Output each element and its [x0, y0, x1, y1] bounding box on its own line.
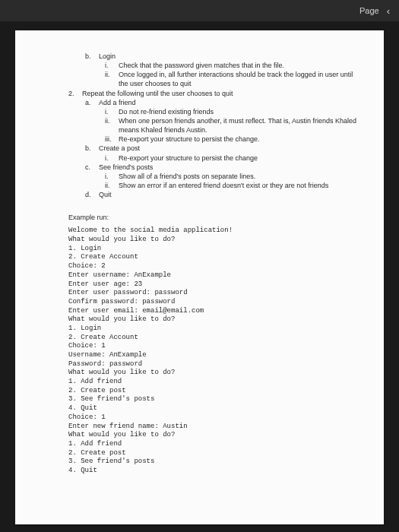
- outline-item: ii. Show an error if an entered friend d…: [105, 181, 361, 190]
- outline-mark: c.: [85, 163, 99, 172]
- example-line: 1. Login: [68, 245, 361, 254]
- example-line: Choice: 1: [68, 342, 361, 351]
- document-page: b. Login i. Check that the password give…: [15, 30, 384, 524]
- example-line: What would you like to do?: [68, 431, 361, 440]
- outline-text: Login: [99, 52, 116, 61]
- outline-item: i. Re-export your structure to persist t…: [105, 154, 361, 163]
- example-line: Enter user password: password: [68, 289, 361, 298]
- outline-text: See friend's posts: [99, 163, 153, 172]
- example-line: 1. Add friend: [68, 378, 361, 387]
- example-line: Choice: 2: [68, 262, 361, 271]
- example-line: Enter username: AnExample: [68, 271, 361, 280]
- outline-item: i. Do not re-friend existing friends: [105, 107, 361, 116]
- example-run-block: Welcome to the social media application!…: [68, 226, 361, 475]
- outline-mark: iii.: [105, 135, 119, 144]
- outline-item: ii. Once logged in, all further interact…: [105, 70, 361, 88]
- outline-item: b. Login: [85, 52, 361, 61]
- outline-text: Repeat the following until the user choo…: [82, 89, 233, 98]
- example-line: 3. See friend's posts: [68, 395, 361, 404]
- outline-item: 2. Repeat the following until the user c…: [68, 89, 361, 98]
- example-line: 2. Create post: [68, 387, 361, 396]
- example-line: What would you like to do?: [68, 315, 361, 325]
- example-line: What would you like to do?: [68, 236, 361, 245]
- example-line: Username: AnExample: [68, 351, 361, 360]
- outline-text: Do not re-friend existing friends: [119, 107, 214, 116]
- example-line: Confirm password: password: [68, 298, 361, 307]
- outline-mark: d.: [85, 190, 99, 199]
- back-chevron-icon[interactable]: ‹: [387, 5, 390, 17]
- app-header: Page ‹: [0, 0, 399, 21]
- example-line: Enter user email: email@email.com: [68, 307, 361, 316]
- outline-mark: i.: [105, 61, 119, 70]
- outline-mark: b.: [85, 144, 99, 153]
- outline-text: When one person friends another, it must…: [119, 116, 361, 135]
- outline-mark: ii.: [105, 116, 119, 135]
- outline-item: a. Add a friend: [85, 98, 361, 107]
- outline-mark: i.: [105, 172, 119, 181]
- outline-text: Quit: [99, 190, 112, 199]
- outline-text: Add a friend: [99, 98, 136, 107]
- outline-text: Check that the password given matches th…: [119, 61, 284, 70]
- outline-item: i. Show all of a friend's posts on separ…: [105, 172, 361, 181]
- example-line: 2. Create post: [68, 449, 361, 458]
- outline-mark: ii.: [105, 70, 119, 88]
- example-line: 4. Quit: [68, 467, 361, 476]
- outline-mark: ii.: [105, 181, 119, 190]
- example-line: 2. Create Account: [68, 334, 361, 343]
- page-label: Page: [359, 6, 379, 15]
- outline-item: iii. Re-export your structure to persist…: [105, 135, 361, 144]
- outline-section: b. Login i. Check that the password give…: [68, 52, 361, 199]
- outline-mark: i.: [105, 154, 119, 163]
- outline-mark: a.: [85, 98, 99, 107]
- example-line: 2. Create Account: [68, 253, 361, 262]
- example-heading: Example run:: [68, 213, 361, 222]
- example-line: Enter new friend name: Austin: [68, 423, 361, 432]
- example-line: Password: password: [68, 360, 361, 369]
- example-line: Welcome to the social media application!: [68, 226, 361, 236]
- outline-mark: b.: [85, 52, 99, 61]
- outline-item: d. Quit: [85, 190, 361, 199]
- example-line: 1. Login: [68, 325, 361, 334]
- example-line: Choice: 1: [68, 413, 361, 423]
- outline-text: Show all of a friend's posts on separate…: [119, 172, 255, 181]
- outline-text: Once logged in, all further interactions…: [119, 70, 361, 88]
- outline-item: c. See friend's posts: [85, 163, 361, 172]
- example-line: 3. See friend's posts: [68, 458, 361, 467]
- outline-item: b. Create a post: [85, 144, 361, 153]
- outline-text: Show an error if an entered friend doesn…: [119, 181, 328, 190]
- example-line: 4. Quit: [68, 404, 361, 413]
- outline-text: Re-export your structure to persist the …: [119, 154, 258, 163]
- example-line: Enter user age: 23: [68, 280, 361, 290]
- outline-item: i. Check that the password given matches…: [105, 61, 361, 70]
- outline-mark: 2.: [68, 89, 82, 98]
- outline-text: Create a post: [99, 144, 140, 153]
- paper-container: b. Login i. Check that the password give…: [0, 21, 399, 524]
- example-line: What would you like to do?: [68, 369, 361, 378]
- outline-text: Re-export your structure to persist the …: [119, 135, 260, 144]
- outline-mark: i.: [105, 107, 119, 116]
- example-line: 1. Add friend: [68, 440, 361, 449]
- outline-item: ii. When one person friends another, it …: [105, 116, 361, 135]
